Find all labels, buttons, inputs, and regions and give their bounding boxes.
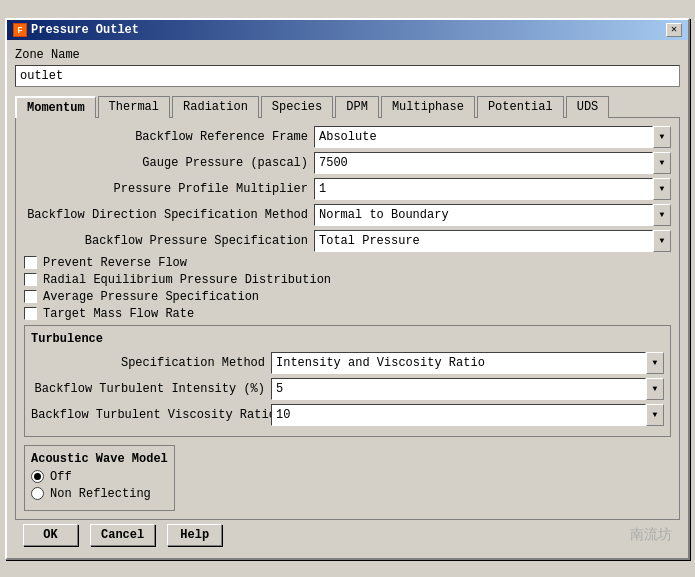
checkbox-target-mass[interactable]: [24, 307, 37, 320]
checkbox-avg-pressure[interactable]: [24, 290, 37, 303]
spec-method-arrow[interactable]: ▼: [646, 352, 664, 374]
backflow-intensity-arrow[interactable]: ▼: [646, 378, 664, 400]
radio-non-reflecting[interactable]: [31, 487, 44, 500]
backflow-pressure-row: Backflow Pressure Specification Total Pr…: [24, 230, 671, 252]
ok-button[interactable]: OK: [23, 524, 78, 546]
backflow-pressure-dropdown[interactable]: Total Pressure ▼: [314, 230, 671, 252]
tab-radiation[interactable]: Radiation: [172, 96, 259, 118]
window-body: Zone Name Momentum Thermal Radiation Spe…: [7, 40, 688, 558]
checkbox-target-mass-label: Target Mass Flow Rate: [43, 307, 194, 321]
checkbox-target-mass-row: Target Mass Flow Rate: [24, 307, 671, 321]
pressure-profile-row: Pressure Profile Multiplier ▼: [24, 178, 671, 200]
checkbox-prevent-reverse-label: Prevent Reverse Flow: [43, 256, 187, 270]
backflow-intensity-row: Backflow Turbulent Intensity (%) ▼: [31, 378, 664, 400]
radio-off[interactable]: [31, 470, 44, 483]
checkbox-radial-equil[interactable]: [24, 273, 37, 286]
backflow-dir-row: Backflow Direction Specification Method …: [24, 204, 671, 226]
backflow-dir-dropdown[interactable]: Normal to Boundary ▼: [314, 204, 671, 226]
zone-name-field: Zone Name: [15, 48, 680, 87]
backflow-ref-frame-label: Backflow Reference Frame: [24, 130, 314, 144]
backflow-viscosity-input[interactable]: [271, 404, 646, 426]
tabs-bar: Momentum Thermal Radiation Species DPM M…: [15, 95, 680, 118]
window-icon: F: [13, 23, 27, 37]
radio-off-row: Off: [31, 470, 168, 484]
pressure-outlet-window: F Pressure Outlet ✕ Zone Name Momentum T…: [5, 18, 690, 560]
checkbox-radial-equil-row: Radial Equilibrium Pressure Distribution: [24, 273, 671, 287]
backflow-pressure-label: Backflow Pressure Specification: [24, 234, 314, 248]
tab-potential[interactable]: Potential: [477, 96, 564, 118]
backflow-pressure-arrow[interactable]: ▼: [653, 230, 671, 252]
backflow-viscosity-row: Backflow Turbulent Viscosity Ratio ▼: [31, 404, 664, 426]
tab-momentum[interactable]: Momentum: [15, 96, 96, 118]
gauge-pressure-arrow[interactable]: ▼: [653, 152, 671, 174]
tab-multiphase[interactable]: Multiphase: [381, 96, 475, 118]
gauge-pressure-row: Gauge Pressure (pascal) ▼: [24, 152, 671, 174]
help-button[interactable]: Help: [167, 524, 222, 546]
footer-row: OK Cancel Help 南流坊: [15, 520, 680, 550]
cancel-button[interactable]: Cancel: [90, 524, 155, 546]
window-title: Pressure Outlet: [31, 23, 139, 37]
pressure-profile-arrow[interactable]: ▼: [653, 178, 671, 200]
title-bar: F Pressure Outlet ✕: [7, 20, 688, 40]
gauge-pressure-field[interactable]: ▼: [314, 152, 671, 174]
backflow-intensity-label: Backflow Turbulent Intensity (%): [31, 382, 271, 396]
backflow-ref-frame-arrow[interactable]: ▼: [653, 126, 671, 148]
radio-non-reflecting-row: Non Reflecting: [31, 487, 168, 501]
pressure-profile-input[interactable]: [314, 178, 653, 200]
radio-off-indicator: [34, 473, 41, 480]
zone-name-label: Zone Name: [15, 48, 680, 62]
backflow-intensity-input[interactable]: [271, 378, 646, 400]
spec-method-row: Specification Method Intensity and Visco…: [31, 352, 664, 374]
turbulence-group: Turbulence Specification Method Intensit…: [24, 325, 671, 437]
backflow-viscosity-arrow[interactable]: ▼: [646, 404, 664, 426]
tab-species[interactable]: Species: [261, 96, 333, 118]
tab-uds[interactable]: UDS: [566, 96, 610, 118]
radio-non-reflecting-label: Non Reflecting: [50, 487, 151, 501]
backflow-ref-frame-dropdown[interactable]: Absolute ▼: [314, 126, 671, 148]
backflow-dir-label: Backflow Direction Specification Method: [24, 208, 314, 222]
zone-name-input[interactable]: [15, 65, 680, 87]
tab-dpm[interactable]: DPM: [335, 96, 379, 118]
acoustic-wave-group: Acoustic Wave Model Off Non Reflecting: [24, 445, 175, 511]
checkbox-radial-equil-label: Radial Equilibrium Pressure Distribution: [43, 273, 331, 287]
backflow-dir-arrow[interactable]: ▼: [653, 204, 671, 226]
backflow-ref-frame-row: Backflow Reference Frame Absolute ▼: [24, 126, 671, 148]
checkbox-prevent-reverse-row: Prevent Reverse Flow: [24, 256, 671, 270]
title-bar-left: F Pressure Outlet: [13, 23, 139, 37]
gauge-pressure-input[interactable]: [314, 152, 653, 174]
turbulence-title: Turbulence: [31, 332, 664, 346]
checkbox-avg-pressure-row: Average Pressure Specification: [24, 290, 671, 304]
tab-thermal[interactable]: Thermal: [98, 96, 170, 118]
spec-method-label: Specification Method: [31, 356, 271, 370]
spec-method-dropdown[interactable]: Intensity and Viscosity Ratio ▼: [271, 352, 664, 374]
acoustic-title: Acoustic Wave Model: [31, 452, 168, 466]
backflow-ref-frame-value: Absolute: [314, 126, 653, 148]
backflow-pressure-value: Total Pressure: [314, 230, 653, 252]
radio-off-label: Off: [50, 470, 72, 484]
backflow-viscosity-label: Backflow Turbulent Viscosity Ratio: [31, 408, 271, 422]
backflow-viscosity-field[interactable]: ▼: [271, 404, 664, 426]
checkbox-avg-pressure-label: Average Pressure Specification: [43, 290, 259, 304]
backflow-dir-value: Normal to Boundary: [314, 204, 653, 226]
pressure-profile-field[interactable]: ▼: [314, 178, 671, 200]
watermark: 南流坊: [630, 526, 672, 544]
buttons-container: OK Cancel Help: [23, 524, 222, 546]
tab-content-momentum: Backflow Reference Frame Absolute ▼ Gaug…: [15, 118, 680, 520]
checkbox-prevent-reverse[interactable]: [24, 256, 37, 269]
spec-method-value: Intensity and Viscosity Ratio: [271, 352, 646, 374]
pressure-profile-label: Pressure Profile Multiplier: [24, 182, 314, 196]
gauge-pressure-label: Gauge Pressure (pascal): [24, 156, 314, 170]
backflow-intensity-field[interactable]: ▼: [271, 378, 664, 400]
close-button[interactable]: ✕: [666, 23, 682, 37]
